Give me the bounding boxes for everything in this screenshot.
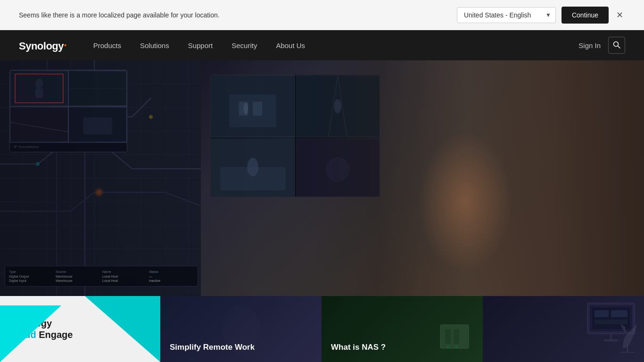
logo-dot: · — [64, 38, 67, 52]
continue-button[interactable]: Continue — [561, 7, 609, 24]
teal-triangle-2 — [0, 305, 61, 362]
nav-links: Products Solutions Support Security Abou… — [86, 38, 313, 53]
nav-item-security[interactable]: Security — [224, 38, 264, 53]
nav-item-about-us[interactable]: About Us — [268, 38, 313, 53]
card3-content: What is NAS ? — [331, 342, 473, 353]
close-icon: ✕ — [616, 10, 623, 20]
navbar: Synology· Products Solutions Support Sec… — [0, 30, 644, 60]
nav-item-support[interactable]: Support — [181, 38, 221, 53]
svg-rect-57 — [594, 310, 609, 317]
teal-shape — [85, 296, 160, 362]
logo-text: Synology· — [19, 38, 67, 53]
hero-overlay — [0, 60, 644, 296]
nav-item-products[interactable]: Products — [86, 38, 129, 53]
svg-rect-58 — [611, 310, 627, 317]
bottom-card-nas[interactable]: What is NAS ? — [322, 296, 483, 362]
locale-select[interactable]: United States - English United Kingdom -… — [457, 7, 556, 23]
notification-text: Seems like there is a more localized pag… — [19, 11, 220, 19]
navbar-left: Synology· Products Solutions Support Sec… — [19, 38, 313, 53]
bottom-cards: Synology Cloud Engage Simplify Remote Wo… — [0, 296, 644, 362]
notification-banner: Seems like there is a more localized pag… — [0, 0, 644, 30]
search-icon — [613, 41, 620, 50]
nas-label: What is NAS ? — [331, 342, 473, 353]
bottom-card-remote-work[interactable]: Simplify Remote Work — [160, 296, 322, 362]
bottom-card-cloud-engage[interactable]: Synology Cloud Engage — [0, 296, 160, 362]
sign-in-link[interactable]: Sign In — [578, 41, 601, 49]
card2-content: Simplify Remote Work — [170, 342, 312, 353]
locale-select-wrapper: United States - English United Kingdom -… — [457, 7, 556, 23]
svg-line-1 — [618, 46, 620, 48]
bottom-card-desktop[interactable] — [483, 296, 644, 362]
teal-triangle — [85, 296, 160, 362]
svg-rect-51 — [454, 329, 459, 344]
navbar-right: Sign In — [578, 37, 625, 54]
hero-section: Motion Detection IP Surveillance Type So… — [0, 60, 644, 296]
logo[interactable]: Synology· — [19, 38, 67, 53]
remote-work-label: Simplify Remote Work — [170, 342, 312, 353]
search-button[interactable] — [608, 37, 625, 54]
close-button[interactable]: ✕ — [614, 8, 625, 22]
svg-rect-50 — [445, 329, 451, 344]
teal-shape-2 — [0, 305, 61, 362]
card4-lamp — [616, 320, 639, 354]
notification-right: United States - English United Kingdom -… — [457, 7, 625, 24]
nav-item-solutions[interactable]: Solutions — [132, 38, 177, 53]
